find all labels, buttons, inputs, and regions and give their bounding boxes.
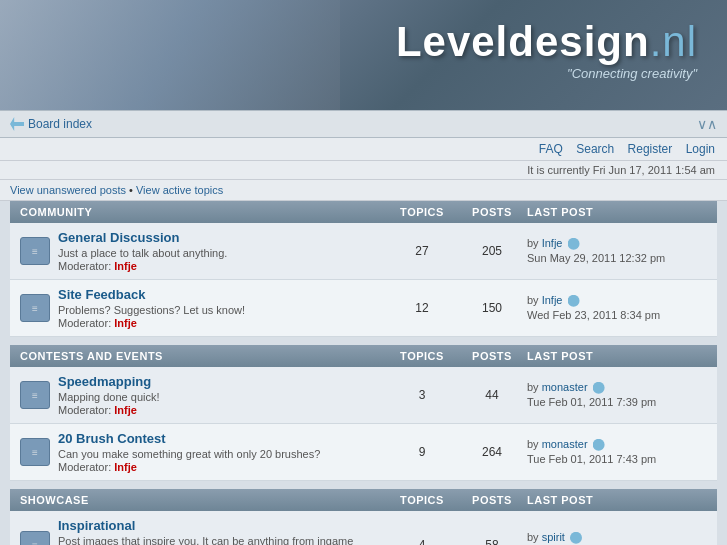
forum-title-link[interactable]: 20 Brush Contest xyxy=(58,431,166,446)
forum-row: ≡ Speedmapping Mapping done quick! Moder… xyxy=(10,367,717,424)
last-poster-link[interactable]: spirit xyxy=(542,531,565,543)
last-post: by monaster Tue Feb 01, 2011 7:39 pm xyxy=(527,380,707,411)
forum-icon: ≡ xyxy=(20,531,50,545)
breadcrumb-link[interactable]: Board index xyxy=(28,117,92,131)
forum-title-link[interactable]: Speedmapping xyxy=(58,374,151,389)
forum-icon-lines: ≡ xyxy=(32,540,38,546)
forum-icon-lines: ≡ xyxy=(32,390,38,401)
forum-stats: 3 44 by monaster Tue Feb 01, 2011 7:39 p… xyxy=(387,380,707,411)
site-tld: .nl xyxy=(650,18,697,65)
nav-arrows: ∨∧ xyxy=(697,116,717,132)
section-title: CONTESTS AND EVENTS xyxy=(20,350,163,362)
moderator-link[interactable]: Infje xyxy=(114,404,137,416)
forum-info: 20 Brush Contest Can you make something … xyxy=(58,431,379,473)
col-lastpost-label: LAST POST xyxy=(527,494,707,506)
last-poster-link[interactable]: monaster xyxy=(542,438,588,450)
posts-count: 44 xyxy=(457,388,527,402)
forum-stats: 4 58 by spirit Tue Mar 01, 2011 9:55 pm xyxy=(387,530,707,545)
date-bar: It is currently Fri Jun 17, 2011 1:54 am xyxy=(0,161,727,180)
forum-title-link[interactable]: Site Feedback xyxy=(58,287,145,302)
view-post-icon[interactable] xyxy=(593,439,605,451)
forum-moderator: Moderator: Infje xyxy=(58,317,379,329)
forum-row: ≡ Inspirational Post images that inspire… xyxy=(10,511,717,545)
site-header: Leveldesign.nl "Connecting creativity" xyxy=(0,0,727,110)
col-posts-label: POSTS xyxy=(457,206,527,218)
forum-stats: 27 205 by Infje Sun May 29, 2011 12:32 p… xyxy=(387,236,707,267)
site-name: Leveldesign.nl xyxy=(396,18,697,66)
last-poster-link[interactable]: monaster xyxy=(542,381,588,393)
home-icon xyxy=(10,117,24,131)
last-poster-link[interactable]: Infje xyxy=(542,294,563,306)
forum-icon-lines: ≡ xyxy=(32,303,38,314)
last-post: by spirit Tue Mar 01, 2011 9:55 pm xyxy=(527,530,707,545)
moderator-link[interactable]: Infje xyxy=(114,260,137,272)
col-headers: TOPICS POSTS LAST POST xyxy=(387,206,707,218)
forum-description: Can you make something great with only 2… xyxy=(58,448,379,460)
section-header-community: COMMUNITY TOPICS POSTS LAST POST xyxy=(10,201,717,223)
login-link[interactable]: Login xyxy=(686,142,715,156)
unanswered-posts-link[interactable]: View unanswered posts xyxy=(10,184,126,196)
forum-icon: ≡ xyxy=(20,237,50,265)
forum-moderator: Moderator: Infje xyxy=(58,461,379,473)
forum-row: ≡ Site Feedback Problems? Suggestions? L… xyxy=(10,280,717,337)
view-post-icon[interactable] xyxy=(593,382,605,394)
forum-description: Just a place to talk about anything. xyxy=(58,247,379,259)
forum-description: Mapping done quick! xyxy=(58,391,379,403)
last-poster-link[interactable]: Infje xyxy=(542,237,563,249)
moderator-link[interactable]: Infje xyxy=(114,461,137,473)
forum-info: General Discussion Just a place to talk … xyxy=(58,230,379,272)
forum-info: Inspirational Post images that inspire y… xyxy=(58,518,379,545)
main-content: COMMUNITY TOPICS POSTS LAST POST ≡ Gener… xyxy=(0,201,727,545)
col-headers: TOPICS POSTS LAST POST xyxy=(387,350,707,362)
forum-title-link[interactable]: General Discussion xyxy=(58,230,179,245)
nav-right: ∨∧ xyxy=(697,116,717,132)
search-link[interactable]: Search xyxy=(576,142,614,156)
register-link[interactable]: Register xyxy=(628,142,673,156)
forum-title-link[interactable]: Inspirational xyxy=(58,518,135,533)
active-topics-link[interactable]: View active topics xyxy=(136,184,223,196)
forum-stats: 12 150 by Infje Wed Feb 23, 2011 8:34 pm xyxy=(387,293,707,324)
section-community: COMMUNITY TOPICS POSTS LAST POST ≡ Gener… xyxy=(10,201,717,337)
forum-moderator: Moderator: Infje xyxy=(58,404,379,416)
nav-bar: Board index ∨∧ xyxy=(0,110,727,138)
col-topics-label: TOPICS xyxy=(387,494,457,506)
view-post-icon[interactable] xyxy=(568,238,580,250)
topics-count: 12 xyxy=(387,301,457,315)
section-showcase: SHOWCASE TOPICS POSTS LAST POST ≡ Inspir… xyxy=(10,489,717,545)
posts-count: 264 xyxy=(457,445,527,459)
posts-count: 58 xyxy=(457,538,527,545)
view-post-icon[interactable] xyxy=(570,532,582,544)
header-decoration xyxy=(0,0,340,110)
section-title: SHOWCASE xyxy=(20,494,89,506)
forum-icon-lines: ≡ xyxy=(32,447,38,458)
forum-icon: ≡ xyxy=(20,381,50,409)
forum-stats: 9 264 by monaster Tue Feb 01, 2011 7:43 … xyxy=(387,437,707,468)
forum-description: Post images that inspire you. It can be … xyxy=(58,535,379,545)
separator: • xyxy=(129,184,136,196)
last-post-date: Tue Feb 01, 2011 7:39 pm xyxy=(527,396,656,408)
current-date: It is currently Fri Jun 17, 2011 1:54 am xyxy=(527,164,715,176)
section-header-showcase: SHOWCASE TOPICS POSTS LAST POST xyxy=(10,489,717,511)
topics-count: 9 xyxy=(387,445,457,459)
moderator-label: Moderator: xyxy=(58,404,111,416)
last-post-date: Wed Feb 23, 2011 8:34 pm xyxy=(527,309,660,321)
last-post: by Infje Sun May 29, 2011 12:32 pm xyxy=(527,236,707,267)
last-post-date: Sun May 29, 2011 12:32 pm xyxy=(527,252,665,264)
last-post-date: Tue Feb 01, 2011 7:43 pm xyxy=(527,453,656,465)
forum-row: ≡ General Discussion Just a place to tal… xyxy=(10,223,717,280)
topics-count: 4 xyxy=(387,538,457,545)
col-topics-label: TOPICS xyxy=(387,206,457,218)
site-tagline: "Connecting creativity" xyxy=(396,66,697,81)
top-links-bar: FAQ Search Register Login xyxy=(0,138,727,161)
moderator-label: Moderator: xyxy=(58,260,111,272)
forum-info: Site Feedback Problems? Suggestions? Let… xyxy=(58,287,379,329)
posts-count: 205 xyxy=(457,244,527,258)
forum-row: ≡ 20 Brush Contest Can you make somethin… xyxy=(10,424,717,481)
moderator-link[interactable]: Infje xyxy=(114,317,137,329)
site-name-text: Leveldesign xyxy=(396,18,650,65)
faq-link[interactable]: FAQ xyxy=(539,142,563,156)
section-contests: CONTESTS AND EVENTS TOPICS POSTS LAST PO… xyxy=(10,345,717,481)
view-post-icon[interactable] xyxy=(568,295,580,307)
posts-count: 150 xyxy=(457,301,527,315)
forum-icon-lines: ≡ xyxy=(32,246,38,257)
